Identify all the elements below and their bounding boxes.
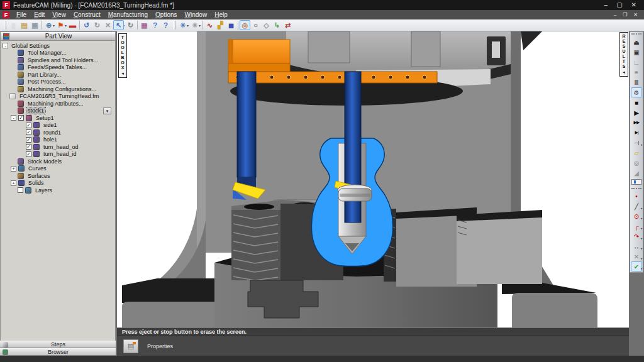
- visibility-checkbox[interactable]: ✓: [26, 151, 31, 157]
- tree-item-label[interactable]: Spindles and Tool Holders...: [26, 57, 99, 63]
- visibility-checkbox[interactable]: ✓: [26, 129, 31, 135]
- create-curve-icon[interactable]: ∿: [204, 20, 215, 30]
- show-stock-icon[interactable]: ≡: [631, 67, 642, 77]
- tree-item-side1[interactable]: ✓side1: [3, 122, 115, 129]
- tree-item-stock1[interactable]: stock1▼: [3, 107, 115, 115]
- menu-view[interactable]: View: [48, 11, 70, 18]
- menu-edit[interactable]: Edit: [30, 11, 48, 18]
- tree-item-label[interactable]: Global Settings: [10, 43, 51, 49]
- web-publish-icon[interactable]: ⊕: [43, 20, 54, 30]
- tree-item-label[interactable]: Surfaces: [26, 173, 52, 179]
- create-surface-icon[interactable]: ▞: [215, 20, 226, 30]
- dimension-geom-icon[interactable]: ↔◂: [631, 241, 642, 251]
- tree-item-label[interactable]: Solids: [27, 180, 45, 186]
- tree-item-turn-head-id[interactable]: ✓turn_head_id: [3, 151, 115, 158]
- assistance-icon[interactable]: ?: [150, 20, 160, 30]
- close-button[interactable]: ✕: [631, 2, 636, 8]
- toolbar-grip[interactable]: [173, 21, 175, 30]
- machine-simulation-scene[interactable]: TOOLBOX◄ RESULTS◄: [117, 31, 629, 327]
- eraser-icon[interactable]: ▱: [631, 148, 642, 158]
- collapse-arrow-icon[interactable]: ◄: [622, 70, 626, 75]
- tree-item-global-settings[interactable]: -Global Settings: [3, 42, 115, 50]
- tree-item-machining-configurations[interactable]: Machining Configurations...: [3, 85, 115, 93]
- tree-item-label[interactable]: Tool Manager...: [26, 50, 68, 56]
- part-view-header[interactable]: Part View: [0, 31, 116, 41]
- menu-file[interactable]: File: [13, 11, 30, 18]
- toolbox-tab[interactable]: TOOLBOX◄: [118, 33, 127, 78]
- pause-tool-change-dropdown[interactable]: ◂: [640, 143, 642, 146]
- menu-construct[interactable]: Construct: [70, 11, 104, 18]
- child-close-button[interactable]: ✕: [633, 12, 638, 18]
- help-icon[interactable]: ?: [160, 20, 171, 30]
- menu-window[interactable]: Window: [181, 11, 211, 18]
- erase-screen-icon[interactable]: ▣: [631, 47, 642, 57]
- dimension-geom-dropdown[interactable]: ◂: [640, 246, 642, 250]
- point-icon[interactable]: •: [631, 191, 642, 201]
- play-icon[interactable]: ▶: [631, 107, 642, 118]
- tree-item-machining-attributes[interactable]: Machining Attributes...: [3, 100, 115, 107]
- tree-item-label[interactable]: turn_head_od: [42, 144, 80, 150]
- circle-tool-icon[interactable]: ○: [250, 20, 261, 30]
- graphics-viewport[interactable]: TOOLBOX◄ RESULTS◄ Press eject or stop bu…: [117, 31, 629, 356]
- restore-button[interactable]: ▢: [616, 2, 622, 8]
- tree-item-label[interactable]: FCAM2016R3_TurningHead.fm: [18, 93, 100, 99]
- tree-item-label[interactable]: side1: [42, 122, 58, 128]
- rotate-view-icon[interactable]: ↻: [125, 20, 136, 30]
- fillet-dropdown[interactable]: ◂: [640, 226, 642, 230]
- stop-icon[interactable]: ■: [631, 97, 642, 107]
- visibility-checkbox[interactable]: ✓: [26, 137, 31, 143]
- line-icon[interactable]: ╱◂: [631, 201, 642, 211]
- close-polygon-dropdown[interactable]: ◂: [640, 266, 642, 270]
- eject-icon[interactable]: ⏏: [631, 37, 642, 47]
- open-file-icon[interactable]: ▤: [19, 20, 30, 30]
- rotate-feature-icon[interactable]: ⇄: [282, 20, 293, 30]
- tree-item-label[interactable]: round1: [42, 129, 62, 136]
- tree-item-label[interactable]: Machining Configurations...: [26, 86, 97, 92]
- turn-feature-icon[interactable]: ↳: [272, 20, 282, 30]
- trim-dropdown[interactable]: ◂: [640, 256, 642, 260]
- simulation-progress-slider[interactable]: [631, 179, 641, 185]
- visibility-checkbox[interactable]: ✓: [18, 115, 24, 121]
- results-tab[interactable]: RESULTS◄: [619, 32, 628, 77]
- show-corner-icon[interactable]: ∟: [631, 57, 642, 67]
- tree-item-label[interactable]: Feeds/Speeds Tables...: [26, 64, 88, 70]
- visibility-checkbox[interactable]: ✓: [26, 123, 31, 128]
- create-point-icon[interactable]: ✳: [177, 20, 188, 30]
- tree-item-solids[interactable]: +Solids: [3, 180, 115, 187]
- menu-help[interactable]: Help: [211, 11, 231, 18]
- tree-item-label[interactable]: Stock Models: [26, 158, 63, 165]
- collapse-icon[interactable]: -: [3, 43, 8, 48]
- collapse-icon[interactable]: -: [11, 115, 16, 121]
- steps-button[interactable]: Steps: [0, 341, 116, 348]
- tree-item-post-process[interactable]: Post Process...: [3, 79, 115, 86]
- properties-icon[interactable]: ▤: [123, 339, 138, 353]
- trim-icon[interactable]: ✕◂: [631, 251, 642, 261]
- tree-item-curves[interactable]: +Curves: [3, 165, 115, 173]
- play-to-end-icon[interactable]: ▶▶: [631, 118, 642, 128]
- material-icon[interactable]: ▬: [67, 20, 78, 30]
- tree-item-hole1[interactable]: ✓hole1: [3, 136, 115, 144]
- tree-item-label[interactable]: turn_head_id: [42, 151, 78, 157]
- single-step-icon[interactable]: ▶|: [631, 128, 642, 138]
- snapshot-icon[interactable]: ▦: [139, 20, 150, 30]
- chuck-icon[interactable]: ◎: [631, 158, 642, 168]
- tree-item-label[interactable]: stock1: [26, 107, 45, 114]
- tree-item-feeds-speeds-tables[interactable]: Feeds/Speeds Tables...: [3, 64, 115, 72]
- tree-item-spindles-and-tool-holders[interactable]: Spindles and Tool Holders...: [3, 57, 115, 64]
- toolbar-grip[interactable]: [4, 21, 6, 30]
- fillet-icon[interactable]: ┌◂: [631, 221, 642, 231]
- arc-icon[interactable]: ↷◂: [631, 231, 642, 241]
- tree-item-part-library[interactable]: Part Library...: [3, 71, 115, 79]
- stock-dropdown-button[interactable]: ▼: [103, 107, 111, 114]
- display-mode-icon[interactable]: ⚑: [55, 20, 66, 30]
- dimension-icon[interactable]: ◎: [240, 20, 250, 30]
- line-dropdown[interactable]: ◂: [640, 206, 642, 210]
- visibility-checkbox[interactable]: [18, 187, 23, 193]
- tree-item-label[interactable]: Setup1: [35, 115, 55, 121]
- browser-button[interactable]: Browser: [0, 348, 116, 356]
- circle-icon[interactable]: ⊙◂: [631, 211, 642, 221]
- toolbar-handle[interactable]: [631, 33, 641, 36]
- tree-item-stock-models[interactable]: Stock Models: [3, 158, 115, 165]
- tree-item-round1[interactable]: ✓round1: [3, 129, 115, 136]
- chamfer-tool-icon[interactable]: ◇: [261, 20, 272, 30]
